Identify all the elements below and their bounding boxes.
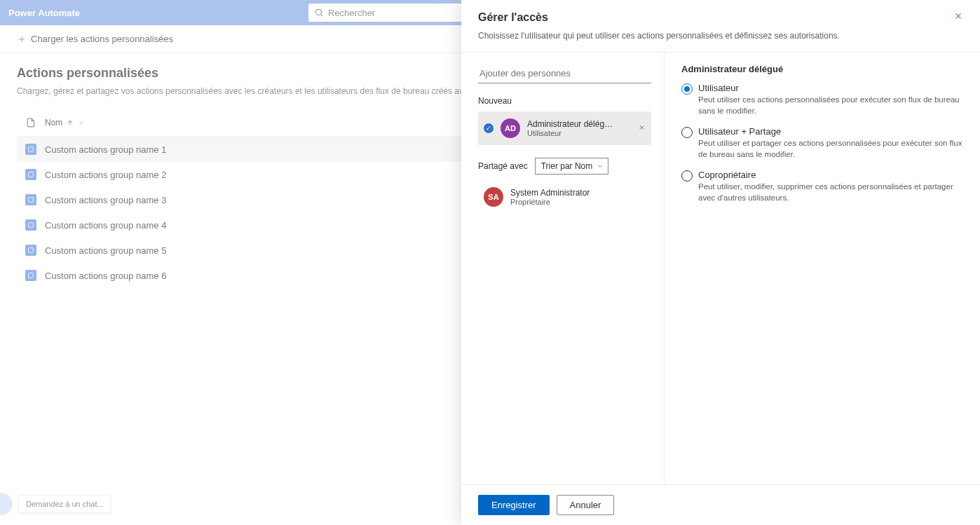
save-button[interactable]: Enregistrer [478, 495, 550, 515]
radio-icon [681, 127, 693, 138]
panel-right: Administrateur délégué UtilisateurPeut u… [665, 53, 980, 484]
new-section-label: Nouveau [478, 96, 651, 106]
cancel-button[interactable]: Annuler [557, 495, 615, 515]
close-panel-button[interactable] [953, 11, 963, 23]
role-option-desc: Peut utiliser ces actions personnalisées… [698, 95, 963, 116]
radio-icon [681, 170, 693, 182]
role-title: Administrateur délégué [681, 64, 963, 74]
role-option-label: Utilisateur + Partage [698, 126, 963, 137]
owner-role: Propriétaire [510, 198, 590, 206]
sort-dropdown[interactable]: Trier par Nom [535, 158, 609, 175]
new-person-item[interactable]: ✓ AD Administrateur délég… Utilisateur [478, 111, 651, 145]
chevron-down-icon [597, 163, 604, 170]
owner-name: System Administrator [510, 188, 590, 198]
manage-access-panel: Gérer l'accès Choisissez l'utilisateur q… [461, 0, 980, 525]
owner-item[interactable]: SA System Administrator Propriétaire [478, 182, 651, 212]
close-icon [638, 124, 646, 132]
person-avatar: AD [501, 118, 520, 138]
panel-left: Nouveau ✓ AD Administrateur délég… Utili… [461, 53, 665, 484]
role-option[interactable]: CopropriétairePeut utiliser, modifier, s… [681, 170, 963, 203]
close-icon [953, 11, 963, 21]
panel-subtitle: Choisissez l'utilisateur qui peut utilis… [461, 31, 980, 52]
role-option-label: Utilisateur [698, 83, 963, 93]
role-option[interactable]: UtilisateurPeut utiliser ces actions per… [681, 83, 963, 116]
shared-with-label: Partagé avec [478, 161, 528, 171]
panel-title: Gérer l'accès [478, 11, 548, 24]
person-role: Utilisateur [527, 129, 613, 137]
add-people-input[interactable] [478, 64, 651, 83]
radio-icon [681, 83, 693, 95]
person-name: Administrateur délég… [527, 119, 613, 129]
check-icon: ✓ [484, 123, 494, 133]
role-option-label: Copropriétaire [698, 170, 963, 180]
person-avatar: SA [484, 187, 503, 207]
role-option[interactable]: Utilisateur + PartagePeut utiliser et pa… [681, 126, 963, 160]
role-option-desc: Peut utiliser, modifier, supprimer ces a… [698, 182, 963, 203]
role-option-desc: Peut utiliser et partager ces actions pe… [698, 138, 963, 160]
remove-person-button[interactable] [638, 123, 646, 134]
